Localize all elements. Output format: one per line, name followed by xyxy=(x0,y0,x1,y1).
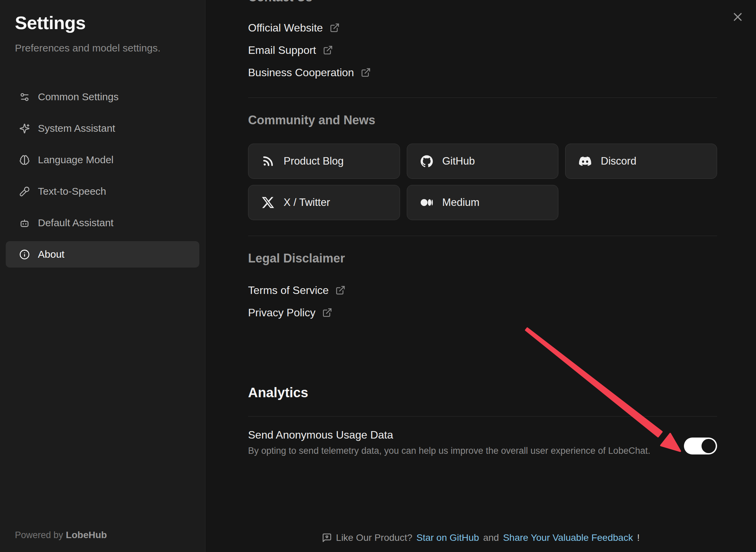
brain-icon xyxy=(19,155,30,165)
analytics-section-title: Analytics xyxy=(248,385,717,400)
legal-links: Terms of Service Privacy Policy xyxy=(248,282,717,321)
external-link-icon xyxy=(361,67,371,78)
legal-section-title: Legal Disclaimer xyxy=(248,252,717,265)
section-divider xyxy=(248,98,717,98)
x-icon xyxy=(262,196,274,209)
product-blog-button[interactable]: Product Blog xyxy=(248,144,400,179)
github-icon xyxy=(421,155,433,167)
footer-text: and xyxy=(483,532,499,543)
business-cooperation-link[interactable]: Business Cooperation xyxy=(248,64,371,81)
settings-sidebar: Settings Preferences and model settings.… xyxy=(0,0,205,552)
terms-of-service-link[interactable]: Terms of Service xyxy=(248,282,346,298)
rss-icon xyxy=(262,155,274,167)
section-divider xyxy=(248,416,717,417)
feedback-footer: Like Our Product? Star on GitHub and Sha… xyxy=(205,532,756,543)
sidebar-item-system-assistant[interactable]: System Assistant xyxy=(6,115,199,142)
section-divider xyxy=(248,236,717,236)
close-icon xyxy=(732,11,743,23)
button-label: Discord xyxy=(601,155,636,167)
link-label: Terms of Service xyxy=(248,284,329,297)
discord-button[interactable]: Discord xyxy=(565,144,717,179)
sidebar-item-label: Language Model xyxy=(38,154,114,166)
telemetry-toggle[interactable] xyxy=(684,438,717,454)
sidebar-item-default-assistant[interactable]: Default Assistant xyxy=(6,210,199,236)
sidebar-item-text-to-speech[interactable]: Text-to-Speech xyxy=(6,178,199,205)
link-label: Business Cooperation xyxy=(248,66,354,79)
external-link-icon xyxy=(323,45,333,55)
external-link-icon xyxy=(335,285,346,295)
sidebar-item-label: About xyxy=(38,249,64,260)
mic-icon xyxy=(19,186,30,197)
message-heart-icon xyxy=(322,533,332,543)
medium-icon xyxy=(421,196,433,209)
external-link-icon xyxy=(322,307,332,318)
sliders-icon xyxy=(19,92,30,102)
button-label: GitHub xyxy=(442,155,475,167)
github-button[interactable]: GitHub xyxy=(407,144,559,179)
lobehub-brand: LobeHub xyxy=(66,530,107,540)
contact-section-title: Contact Us xyxy=(248,0,717,3)
settings-nav: Common Settings System Assistant Languag… xyxy=(6,84,199,268)
footer-text: Like Our Product? xyxy=(336,532,413,543)
external-link-icon xyxy=(330,23,340,33)
settings-window: Settings Preferences and model settings.… xyxy=(0,0,756,552)
community-buttons: Product Blog GitHub Discord X / Twitter … xyxy=(248,144,717,220)
button-label: Medium xyxy=(442,196,480,209)
star-on-github-link[interactable]: Star on GitHub xyxy=(416,532,479,543)
sidebar-item-about[interactable]: About xyxy=(6,241,199,268)
telemetry-setting-text: Send Anonymous Usage Data By opting to s… xyxy=(248,428,650,457)
share-feedback-link[interactable]: Share Your Valuable Feedback xyxy=(503,532,633,543)
toggle-knob xyxy=(702,439,716,453)
page-subtitle: Preferences and model settings. xyxy=(15,42,190,54)
telemetry-setting-row: Send Anonymous Usage Data By opting to s… xyxy=(248,428,717,457)
official-website-link[interactable]: Official Website xyxy=(248,20,340,36)
sidebar-item-label: Text-to-Speech xyxy=(38,186,106,197)
medium-button[interactable]: Medium xyxy=(407,185,559,220)
discord-icon xyxy=(579,155,591,167)
telemetry-setting-description: By opting to send telemetry data, you ca… xyxy=(248,444,650,457)
community-section-title: Community and News xyxy=(248,113,717,127)
sidebar-item-common-settings[interactable]: Common Settings xyxy=(6,84,199,110)
close-button[interactable] xyxy=(731,10,744,24)
sparkles-icon xyxy=(19,123,30,134)
info-icon xyxy=(19,249,30,260)
about-panel: Contact Us Official Website Email Suppor… xyxy=(205,0,756,552)
telemetry-setting-label: Send Anonymous Usage Data xyxy=(248,428,650,442)
sidebar-item-language-model[interactable]: Language Model xyxy=(6,147,199,173)
sidebar-item-label: Default Assistant xyxy=(38,217,113,229)
link-label: Official Website xyxy=(248,22,323,34)
link-label: Email Support xyxy=(248,44,316,57)
link-label: Privacy Policy xyxy=(248,306,315,319)
footer-text: ! xyxy=(637,532,640,543)
sidebar-item-label: System Assistant xyxy=(38,123,115,134)
email-support-link[interactable]: Email Support xyxy=(248,42,333,58)
contact-links: Official Website Email Support Business … xyxy=(248,20,717,81)
x-twitter-button[interactable]: X / Twitter xyxy=(248,185,400,220)
page-title: Settings xyxy=(15,12,190,33)
button-label: X / Twitter xyxy=(284,196,330,209)
bot-icon xyxy=(19,218,30,228)
powered-by-text: Powered by xyxy=(15,530,63,540)
privacy-policy-link[interactable]: Privacy Policy xyxy=(248,304,332,321)
sidebar-item-label: Common Settings xyxy=(38,91,118,103)
button-label: Product Blog xyxy=(284,155,344,167)
powered-by: Powered byLobeHub xyxy=(15,530,107,540)
